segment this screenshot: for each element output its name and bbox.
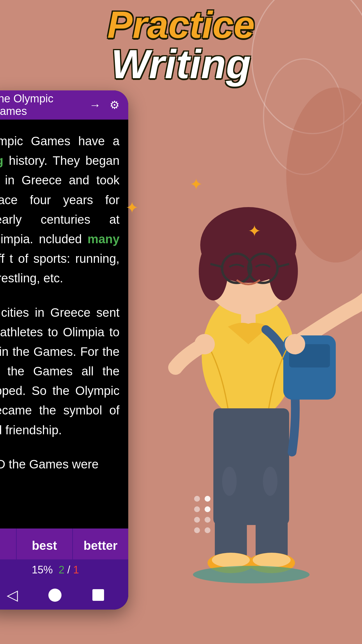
svg-point-4: [269, 242, 298, 300]
highlight-many: many: [87, 232, 120, 246]
dot-5: [194, 517, 200, 523]
nav-bar: ◁: [0, 580, 128, 610]
progress-fraction: 2 / 1: [59, 564, 79, 576]
nav-back-icon[interactable]: ◁: [7, 587, 18, 603]
sparkle-icon-2: ✦: [189, 175, 203, 194]
header-icons: → ⚙: [89, 99, 120, 112]
sparkle-icon-3: ✦: [248, 222, 261, 240]
dot-7: [194, 527, 200, 533]
fraction-separator: /: [67, 564, 70, 576]
lesson-title: The Olympic Games: [0, 92, 89, 118]
progress-percent: 15%: [32, 564, 53, 576]
svg-point-22: [222, 467, 237, 496]
dot-2: [205, 496, 210, 502]
text-paragraph-3: AD the Games were: [0, 454, 120, 474]
highlight-long: ng: [0, 154, 3, 167]
dot-6: [205, 517, 210, 523]
svg-point-24: [193, 566, 310, 583]
svg-point-16: [212, 553, 250, 567]
dot-8: [205, 527, 210, 533]
header-title-block: Practice Writing: [0, 6, 362, 85]
svg-point-21: [194, 334, 215, 354]
title-writing: Writing: [0, 44, 362, 85]
reading-text-area: lympic Games have a ng history. They beg…: [0, 120, 128, 494]
progress-bar: 15% 2 / 1: [0, 559, 128, 580]
dot-4: [205, 506, 210, 512]
text-paragraph-1: lympic Games have a ng history. They beg…: [0, 131, 120, 288]
sparkle-icon-1: ✦: [125, 198, 139, 217]
svg-point-17: [253, 553, 291, 567]
fraction-total: 1: [73, 564, 79, 576]
next-arrow-icon[interactable]: →: [89, 99, 101, 112]
dot-3: [194, 506, 200, 512]
skip-button[interactable]: [0, 528, 16, 563]
nav-home-icon[interactable]: [48, 589, 61, 602]
svg-point-20: [285, 334, 305, 354]
svg-point-23: [263, 467, 277, 496]
best-button[interactable]: best: [16, 528, 72, 563]
dot-1: [194, 496, 200, 502]
text-paragraph-2: e cities in Greece sent _ athletes to Ol…: [0, 303, 120, 440]
answer-buttons-row: best better: [0, 528, 128, 563]
title-practice: Practice: [0, 6, 362, 44]
phone-mockup: The Olympic Games → ⚙ lympic Games have …: [0, 90, 128, 610]
app-header: The Olympic Games → ⚙: [0, 90, 128, 120]
fraction-current: 2: [59, 564, 64, 576]
page-dots-indicator: [194, 496, 210, 533]
character-illustration: [140, 146, 362, 598]
settings-gear-icon[interactable]: ⚙: [110, 99, 120, 111]
nav-stop-icon[interactable]: [92, 589, 104, 601]
better-button[interactable]: better: [72, 528, 128, 563]
phone-screen: The Olympic Games → ⚙ lympic Games have …: [0, 90, 128, 610]
